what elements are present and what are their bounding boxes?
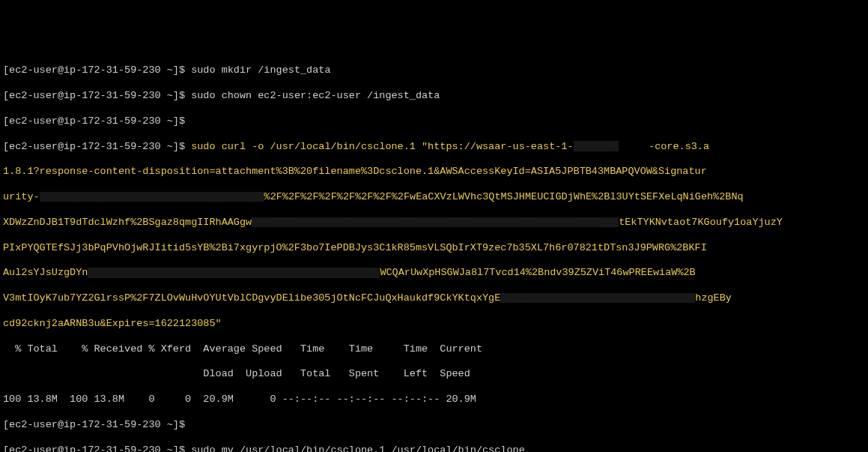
cmd-curl-line5: PIxPYQGTEfSJj3bPqPVhOjwRJIitid5sYB%2Bi7x… [3, 242, 707, 253]
cmd-mv: sudo mv /usr/local/bin/csclone.1 /usr/lo… [191, 445, 525, 452]
cmd-curl-part1: sudo curl -o /usr/local/bin/csclone.1 "h… [191, 141, 573, 152]
cmd-curl-line7b: hzgEBy [695, 292, 732, 304]
shell-prompt: [ec2-user@ip-172-31-59-230 ~]$ [3, 141, 185, 152]
curl-stats-row: 100 13.8M 100 13.8M 0 0 20.9M 0 --:--:--… [3, 394, 865, 406]
cmd-curl-line6a: Aul2sYJsUzgDYn [3, 267, 88, 278]
cmd-curl-line6b: WCQArUwXpHSGWJa8l7Tvcd14%2Bndv39Z5ZViT46… [380, 267, 695, 278]
shell-prompt: [ec2-user@ip-172-31-59-230 ~]$ [3, 115, 185, 127]
terminal-output[interactable]: [ec2-user@ip-172-31-59-230 ~]$ sudo mkdi… [3, 52, 865, 453]
shell-prompt: [ec2-user@ip-172-31-59-230 ~]$ [3, 64, 185, 76]
cmd-chown: sudo chown ec2-user:ec2-user /ingest_dat… [191, 90, 440, 101]
cmd-curl-line3a: urity- [3, 191, 40, 202]
cmd-curl-line4b: tEkTYKNvtaot7KGoufy1oaYjuzY [619, 217, 783, 228]
redacted-text: xxxxx [574, 141, 619, 151]
shell-prompt: [ec2-user@ip-172-31-59-230 ~]$ [3, 445, 185, 452]
shell-prompt: [ec2-user@ip-172-31-59-230 ~]$ [3, 90, 185, 101]
redacted-text: xxxxxxxxxxxxxxxxxxxxxxxxxxxxxxx [500, 293, 695, 304]
curl-stats-header2: Dload Upload Total Spent Left Speed [3, 368, 865, 381]
cmd-curl-line4a: XDWzZnDJB1T9dTdclWzhf%2BSgaz8qmgIIRhAAGg… [3, 217, 252, 228]
redacted-text: xxxxxxxxxxxxxxxxxxxxxxxxxxxxxxxxxxx [40, 192, 264, 202]
redacted-text: xxxxxxxxxxxxxxxxxxxxxxxxxxxxxxxxxxxxxxxx… [252, 217, 619, 228]
cmd-curl-line2: 1.8.1?response-content-disposition=attac… [3, 166, 707, 177]
cmd-curl-part2: -core.s3.a [649, 141, 709, 152]
cmd-curl-line7a: V3mtIOyK7ub7YZ2GlrssP%2F7ZLOvWuHvOYUtVbl… [3, 292, 500, 304]
curl-stats-header: % Total % Received % Xferd Average Speed… [3, 343, 865, 356]
cmd-mkdir: sudo mkdir /ingest_data [191, 64, 330, 76]
redacted-text: xxxxxxxxxxxxxxxxxxxxxxxxxxxxxxxxxxxxxxxx… [88, 268, 380, 278]
shell-prompt: [ec2-user@ip-172-31-59-230 ~]$ [3, 419, 185, 430]
cmd-curl-line8: cd92cknj2aARNB3u&Expires=1622123085" [3, 318, 222, 329]
cmd-curl-line3b: %2F%2F%2F%2F%2F%2F%2F%2FwEaCXVzLWVhc3QtM… [264, 191, 744, 202]
